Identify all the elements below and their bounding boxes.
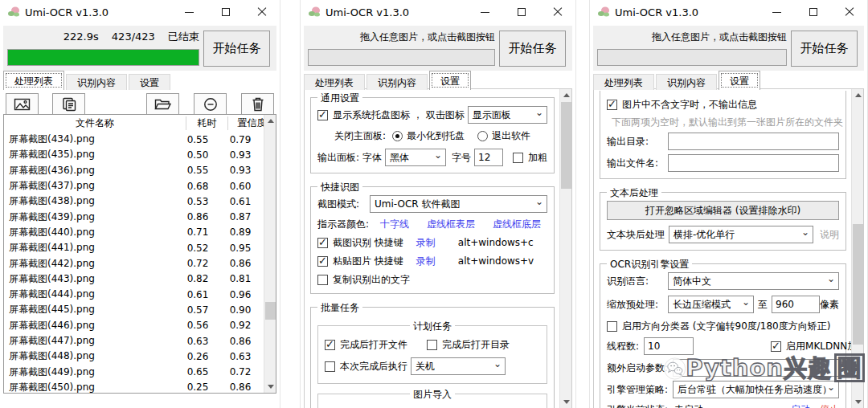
- scale-mode-combo[interactable]: 长边压缩模式: [668, 296, 754, 313]
- settings-scrollbar[interactable]: [559, 89, 571, 408]
- table-row[interactable]: 屏幕截图(444).png0.610.96: [4, 287, 264, 302]
- record-hotkey-link[interactable]: 录制: [416, 236, 436, 250]
- table-row[interactable]: 屏幕截图(446).png0.560.92: [4, 318, 264, 333]
- table-row[interactable]: 屏幕截图(439).png0.860.87: [4, 209, 264, 224]
- scale-value-input[interactable]: [772, 296, 820, 313]
- table-row[interactable]: 屏幕截图(438).png0.530.61: [4, 194, 264, 209]
- screenshot-ocr-checkbox[interactable]: [317, 238, 328, 248]
- scroll-down-icon[interactable]: [264, 381, 276, 393]
- engine-status-value: 未启动: [674, 403, 703, 408]
- scroll-thumb[interactable]: [853, 224, 863, 345]
- scroll-thumb[interactable]: [561, 102, 571, 189]
- table-row[interactable]: 屏幕截图(441).png0.520.95: [4, 240, 264, 255]
- table-header[interactable]: 文件名称 耗时 置信度: [4, 115, 276, 132]
- table-row[interactable]: 屏幕截图(436).png0.550.93: [4, 163, 264, 178]
- language-combo[interactable]: 简体中文: [668, 272, 839, 290]
- font-combo[interactable]: 黑体: [385, 149, 446, 166]
- maximize-button[interactable]: [795, 0, 831, 24]
- minimize-button[interactable]: [467, 0, 503, 24]
- confidence-cell: 0.86: [217, 336, 264, 347]
- clear-list-button[interactable]: [241, 93, 274, 116]
- hotkey-value: alt+windows+v: [458, 255, 534, 267]
- open-folder-button[interactable]: [146, 93, 179, 116]
- start-task-button[interactable]: 开始任务: [499, 31, 566, 67]
- column-time[interactable]: 耗时: [186, 116, 227, 130]
- titlebar: Umi-OCR v1.3.0: [590, 0, 867, 24]
- dashbox-bottom-link[interactable]: 虚线框底层: [493, 218, 541, 231]
- font-size-input[interactable]: [474, 149, 503, 166]
- table-row[interactable]: 屏幕截图(434).png0.550.79: [4, 132, 264, 147]
- maximize-button[interactable]: [503, 0, 539, 24]
- tab-recognized-content[interactable]: 识别内容: [366, 74, 428, 90]
- confidence-cell: 0.96: [217, 289, 264, 300]
- tab-settings[interactable]: 设置: [429, 71, 471, 90]
- window-umi-ocr-list: Umi-OCR v1.3.0 222.9s 423/423 已结束 开始任务 处…: [0, 0, 280, 408]
- open-dir-checkbox[interactable]: [427, 340, 437, 350]
- table-row[interactable]: 屏幕截图(443).png0.820.81: [4, 271, 264, 287]
- scroll-down-icon[interactable]: [560, 396, 572, 408]
- scroll-up-icon[interactable]: [852, 89, 864, 101]
- table-row[interactable]: 屏幕截图(440).png0.710.89: [4, 225, 264, 240]
- threads-label: 线程数:: [607, 340, 639, 353]
- confidence-cell: 0.86: [217, 381, 264, 393]
- tab-process-list[interactable]: 处理列表: [593, 74, 654, 90]
- table-row[interactable]: 屏幕截图(448).png0.260.63: [4, 349, 264, 364]
- minimize-button[interactable]: [171, 0, 207, 24]
- direction-classifier-checkbox[interactable]: [607, 321, 617, 332]
- table-row[interactable]: 屏幕截图(435).png0.500.93: [4, 147, 264, 162]
- add-image-button[interactable]: [6, 93, 39, 116]
- table-row[interactable]: 屏幕截图(437).png0.680.60: [4, 178, 264, 194]
- paste-image-button[interactable]: [52, 93, 85, 116]
- output-filename-input[interactable]: [668, 154, 839, 172]
- no-text-no-output-checkbox[interactable]: [607, 100, 617, 110]
- maximize-button[interactable]: [207, 0, 244, 24]
- close-button[interactable]: [539, 0, 575, 24]
- bold-checkbox[interactable]: [513, 153, 523, 163]
- after-task-combo[interactable]: 关机: [411, 357, 506, 375]
- table-row[interactable]: 屏幕截图(442).png0.720.86: [4, 255, 264, 271]
- engine-start-link[interactable]: 启动: [791, 403, 810, 408]
- remove-item-button[interactable]: [194, 93, 227, 116]
- tab-process-list[interactable]: 处理列表: [304, 74, 365, 90]
- after-task-checkbox[interactable]: [325, 361, 335, 372]
- scroll-up-icon[interactable]: [264, 115, 276, 127]
- start-task-button[interactable]: 开始任务: [203, 31, 270, 67]
- dashbox-top-link[interactable]: 虚线框表层: [427, 218, 475, 231]
- block-postprocess-combo[interactable]: 横排-优化单行: [669, 226, 813, 243]
- scroll-down-icon[interactable]: [852, 396, 864, 408]
- table-scrollbar[interactable]: [264, 115, 276, 393]
- open-file-checkbox[interactable]: [325, 340, 335, 350]
- copy-text-checkbox[interactable]: [317, 275, 328, 285]
- table-row[interactable]: 屏幕截图(449).png0.650.72: [4, 364, 264, 379]
- exit-app-radio[interactable]: [477, 131, 488, 141]
- table-row[interactable]: 屏幕截图(450).png0.250.86: [4, 380, 264, 393]
- file-name-cell: 屏幕截图(449).png: [4, 365, 178, 379]
- close-button[interactable]: [831, 0, 867, 24]
- tab-process-list[interactable]: 处理列表: [3, 71, 64, 90]
- ignore-area-editor-button[interactable]: 打开忽略区域编辑器 (设置排除水印): [607, 201, 839, 220]
- double-click-combo[interactable]: 显示面板: [468, 106, 547, 124]
- minimize-to-tray-radio[interactable]: [392, 131, 403, 141]
- output-dir-input[interactable]: [668, 133, 839, 150]
- copy-text-label: 复制识别出的文字: [333, 273, 410, 287]
- engine-stop-link[interactable]: 停止: [820, 403, 839, 408]
- column-filename[interactable]: 文件名称: [4, 116, 186, 130]
- close-button[interactable]: [244, 0, 280, 24]
- start-task-button[interactable]: 开始任务: [791, 31, 858, 67]
- record-hotkey-link[interactable]: 录制: [416, 255, 436, 268]
- tab-settings[interactable]: 设置: [129, 74, 170, 90]
- scroll-thumb[interactable]: [265, 302, 276, 320]
- tray-icon-checkbox[interactable]: [317, 110, 328, 120]
- table-row[interactable]: 屏幕截图(447).png0.630.86: [4, 333, 264, 349]
- tab-recognized-content[interactable]: 识别内容: [656, 74, 717, 90]
- paste-image-checkbox[interactable]: [317, 256, 328, 267]
- table-row[interactable]: 屏幕截图(445).png0.570.90: [4, 302, 264, 317]
- tab-recognized-content[interactable]: 识别内容: [66, 74, 127, 90]
- subgroup-image-import: 图片导入 递归读取子文件夹中所有图片: [317, 394, 547, 408]
- crosshair-link[interactable]: 十字线: [380, 218, 409, 231]
- tab-settings[interactable]: 设置: [719, 71, 760, 90]
- screenshot-mode-combo[interactable]: Umi-OCR 软件截图: [370, 195, 547, 213]
- tab-bar: 处理列表 识别内容 设置: [590, 71, 867, 90]
- scroll-up-icon[interactable]: [560, 89, 572, 101]
- minimize-button[interactable]: [759, 0, 795, 24]
